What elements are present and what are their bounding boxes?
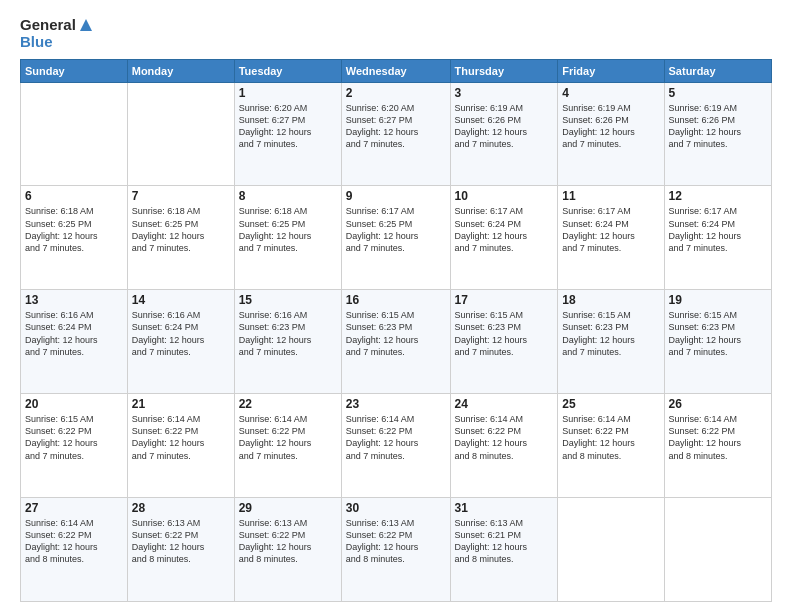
day-info: Sunrise: 6:15 AM Sunset: 6:23 PM Dayligh… — [455, 309, 554, 358]
calendar-cell: 2Sunrise: 6:20 AM Sunset: 6:27 PM Daylig… — [341, 82, 450, 186]
day-info: Sunrise: 6:18 AM Sunset: 6:25 PM Dayligh… — [25, 205, 123, 254]
calendar-cell: 17Sunrise: 6:15 AM Sunset: 6:23 PM Dayli… — [450, 290, 558, 394]
col-header-monday: Monday — [127, 59, 234, 82]
col-header-sunday: Sunday — [21, 59, 128, 82]
calendar-cell: 19Sunrise: 6:15 AM Sunset: 6:23 PM Dayli… — [664, 290, 771, 394]
day-info: Sunrise: 6:20 AM Sunset: 6:27 PM Dayligh… — [239, 102, 337, 151]
calendar-cell: 30Sunrise: 6:13 AM Sunset: 6:22 PM Dayli… — [341, 498, 450, 602]
day-number: 13 — [25, 293, 123, 307]
day-number: 24 — [455, 397, 554, 411]
day-number: 4 — [562, 86, 659, 100]
col-header-tuesday: Tuesday — [234, 59, 341, 82]
col-header-saturday: Saturday — [664, 59, 771, 82]
calendar-cell — [21, 82, 128, 186]
day-info: Sunrise: 6:14 AM Sunset: 6:22 PM Dayligh… — [346, 413, 446, 462]
logo-container: General Blue — [20, 16, 94, 51]
calendar-cell: 27Sunrise: 6:14 AM Sunset: 6:22 PM Dayli… — [21, 498, 128, 602]
calendar-cell: 25Sunrise: 6:14 AM Sunset: 6:22 PM Dayli… — [558, 394, 664, 498]
day-number: 31 — [455, 501, 554, 515]
day-info: Sunrise: 6:14 AM Sunset: 6:22 PM Dayligh… — [562, 413, 659, 462]
day-number: 12 — [669, 189, 767, 203]
day-info: Sunrise: 6:17 AM Sunset: 6:25 PM Dayligh… — [346, 205, 446, 254]
day-number: 8 — [239, 189, 337, 203]
day-info: Sunrise: 6:16 AM Sunset: 6:24 PM Dayligh… — [132, 309, 230, 358]
day-number: 6 — [25, 189, 123, 203]
svg-marker-0 — [80, 19, 92, 31]
day-number: 28 — [132, 501, 230, 515]
calendar-cell: 5Sunrise: 6:19 AM Sunset: 6:26 PM Daylig… — [664, 82, 771, 186]
calendar-cell — [558, 498, 664, 602]
calendar-cell: 3Sunrise: 6:19 AM Sunset: 6:26 PM Daylig… — [450, 82, 558, 186]
calendar-cell: 1Sunrise: 6:20 AM Sunset: 6:27 PM Daylig… — [234, 82, 341, 186]
day-number: 7 — [132, 189, 230, 203]
day-info: Sunrise: 6:15 AM Sunset: 6:22 PM Dayligh… — [25, 413, 123, 462]
calendar-table: SundayMondayTuesdayWednesdayThursdayFrid… — [20, 59, 772, 603]
calendar-cell: 26Sunrise: 6:14 AM Sunset: 6:22 PM Dayli… — [664, 394, 771, 498]
calendar-cell — [664, 498, 771, 602]
day-info: Sunrise: 6:16 AM Sunset: 6:23 PM Dayligh… — [239, 309, 337, 358]
day-number: 16 — [346, 293, 446, 307]
day-info: Sunrise: 6:14 AM Sunset: 6:22 PM Dayligh… — [132, 413, 230, 462]
day-info: Sunrise: 6:17 AM Sunset: 6:24 PM Dayligh… — [669, 205, 767, 254]
calendar-cell: 12Sunrise: 6:17 AM Sunset: 6:24 PM Dayli… — [664, 186, 771, 290]
day-info: Sunrise: 6:19 AM Sunset: 6:26 PM Dayligh… — [562, 102, 659, 151]
day-number: 15 — [239, 293, 337, 307]
day-number: 30 — [346, 501, 446, 515]
calendar-cell: 21Sunrise: 6:14 AM Sunset: 6:22 PM Dayli… — [127, 394, 234, 498]
calendar-cell: 18Sunrise: 6:15 AM Sunset: 6:23 PM Dayli… — [558, 290, 664, 394]
calendar-cell: 4Sunrise: 6:19 AM Sunset: 6:26 PM Daylig… — [558, 82, 664, 186]
calendar-cell — [127, 82, 234, 186]
day-number: 3 — [455, 86, 554, 100]
calendar-cell: 7Sunrise: 6:18 AM Sunset: 6:25 PM Daylig… — [127, 186, 234, 290]
calendar-cell: 28Sunrise: 6:13 AM Sunset: 6:22 PM Dayli… — [127, 498, 234, 602]
col-header-friday: Friday — [558, 59, 664, 82]
calendar-cell: 11Sunrise: 6:17 AM Sunset: 6:24 PM Dayli… — [558, 186, 664, 290]
calendar-cell: 23Sunrise: 6:14 AM Sunset: 6:22 PM Dayli… — [341, 394, 450, 498]
day-number: 27 — [25, 501, 123, 515]
day-info: Sunrise: 6:14 AM Sunset: 6:22 PM Dayligh… — [239, 413, 337, 462]
day-info: Sunrise: 6:15 AM Sunset: 6:23 PM Dayligh… — [562, 309, 659, 358]
col-header-wednesday: Wednesday — [341, 59, 450, 82]
day-number: 5 — [669, 86, 767, 100]
day-number: 9 — [346, 189, 446, 203]
calendar-cell: 29Sunrise: 6:13 AM Sunset: 6:22 PM Dayli… — [234, 498, 341, 602]
calendar-cell: 20Sunrise: 6:15 AM Sunset: 6:22 PM Dayli… — [21, 394, 128, 498]
calendar-cell: 15Sunrise: 6:16 AM Sunset: 6:23 PM Dayli… — [234, 290, 341, 394]
day-info: Sunrise: 6:14 AM Sunset: 6:22 PM Dayligh… — [669, 413, 767, 462]
logo-triangle-icon — [78, 17, 94, 33]
day-info: Sunrise: 6:13 AM Sunset: 6:22 PM Dayligh… — [132, 517, 230, 566]
day-number: 2 — [346, 86, 446, 100]
day-info: Sunrise: 6:14 AM Sunset: 6:22 PM Dayligh… — [25, 517, 123, 566]
day-number: 25 — [562, 397, 659, 411]
day-info: Sunrise: 6:19 AM Sunset: 6:26 PM Dayligh… — [669, 102, 767, 151]
header: General Blue — [20, 16, 772, 51]
day-info: Sunrise: 6:20 AM Sunset: 6:27 PM Dayligh… — [346, 102, 446, 151]
day-info: Sunrise: 6:17 AM Sunset: 6:24 PM Dayligh… — [455, 205, 554, 254]
day-info: Sunrise: 6:18 AM Sunset: 6:25 PM Dayligh… — [239, 205, 337, 254]
calendar-cell: 22Sunrise: 6:14 AM Sunset: 6:22 PM Dayli… — [234, 394, 341, 498]
day-number: 29 — [239, 501, 337, 515]
day-number: 11 — [562, 189, 659, 203]
calendar-cell: 8Sunrise: 6:18 AM Sunset: 6:25 PM Daylig… — [234, 186, 341, 290]
calendar-cell: 9Sunrise: 6:17 AM Sunset: 6:25 PM Daylig… — [341, 186, 450, 290]
calendar-cell: 13Sunrise: 6:16 AM Sunset: 6:24 PM Dayli… — [21, 290, 128, 394]
day-number: 20 — [25, 397, 123, 411]
logo: General Blue — [20, 16, 94, 51]
day-number: 14 — [132, 293, 230, 307]
calendar-cell: 16Sunrise: 6:15 AM Sunset: 6:23 PM Dayli… — [341, 290, 450, 394]
day-info: Sunrise: 6:13 AM Sunset: 6:22 PM Dayligh… — [346, 517, 446, 566]
col-header-thursday: Thursday — [450, 59, 558, 82]
day-info: Sunrise: 6:19 AM Sunset: 6:26 PM Dayligh… — [455, 102, 554, 151]
day-number: 10 — [455, 189, 554, 203]
day-info: Sunrise: 6:13 AM Sunset: 6:22 PM Dayligh… — [239, 517, 337, 566]
calendar-cell: 31Sunrise: 6:13 AM Sunset: 6:21 PM Dayli… — [450, 498, 558, 602]
day-info: Sunrise: 6:16 AM Sunset: 6:24 PM Dayligh… — [25, 309, 123, 358]
calendar-page: General Blue SundayMondayTuesdayWednesda… — [0, 0, 792, 612]
day-number: 17 — [455, 293, 554, 307]
day-info: Sunrise: 6:15 AM Sunset: 6:23 PM Dayligh… — [669, 309, 767, 358]
day-info: Sunrise: 6:15 AM Sunset: 6:23 PM Dayligh… — [346, 309, 446, 358]
day-info: Sunrise: 6:18 AM Sunset: 6:25 PM Dayligh… — [132, 205, 230, 254]
calendar-cell: 24Sunrise: 6:14 AM Sunset: 6:22 PM Dayli… — [450, 394, 558, 498]
calendar-cell: 14Sunrise: 6:16 AM Sunset: 6:24 PM Dayli… — [127, 290, 234, 394]
day-info: Sunrise: 6:14 AM Sunset: 6:22 PM Dayligh… — [455, 413, 554, 462]
